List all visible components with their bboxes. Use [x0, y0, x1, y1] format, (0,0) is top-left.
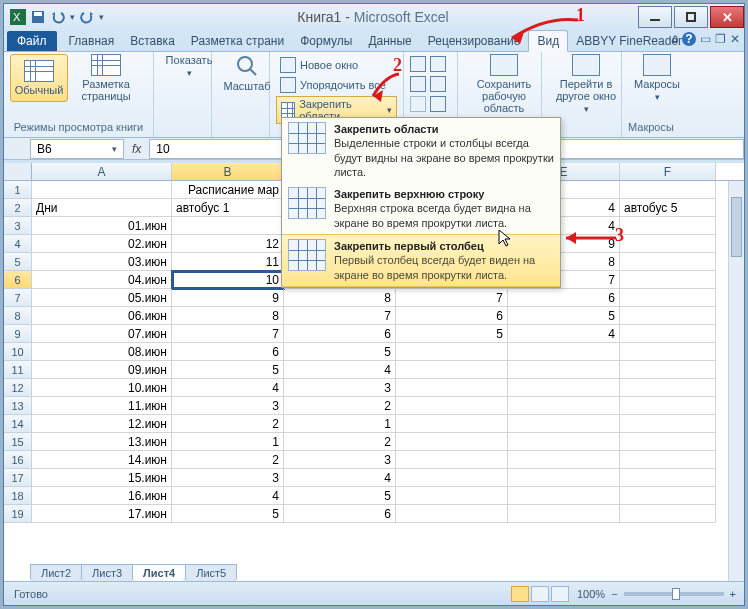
cell[interactable]: 17.июн [32, 505, 172, 523]
reset-window-icon[interactable] [430, 96, 446, 112]
row-header[interactable]: 11 [4, 361, 32, 379]
cell[interactable]: 3 [172, 397, 284, 415]
zoom-in-button[interactable]: + [730, 588, 736, 600]
fx-icon[interactable]: fx [124, 142, 149, 156]
zoom-button[interactable]: Масштаб [218, 54, 276, 92]
row-header[interactable]: 16 [4, 451, 32, 469]
minimize-ribbon-icon[interactable]: ۵ [672, 32, 678, 46]
col-header-B[interactable]: B [172, 163, 284, 180]
cell[interactable]: 13.июн [32, 433, 172, 451]
tab-data[interactable]: Данные [360, 31, 419, 51]
help-icon[interactable]: ? [682, 32, 696, 46]
cell[interactable]: Расписание мар [172, 181, 284, 199]
cell[interactable]: 5 [284, 487, 396, 505]
redo-icon[interactable] [79, 9, 95, 25]
cell[interactable] [620, 505, 716, 523]
cell[interactable] [620, 217, 716, 235]
cell[interactable] [620, 379, 716, 397]
cell[interactable] [620, 469, 716, 487]
cell[interactable]: 8 [172, 307, 284, 325]
cell[interactable]: 05.июн [32, 289, 172, 307]
doc-close-icon[interactable]: ✕ [730, 32, 740, 46]
row-header[interactable]: 5 [4, 253, 32, 271]
cell[interactable]: 2 [284, 433, 396, 451]
vertical-scrollbar[interactable] [728, 181, 744, 581]
tab-insert[interactable]: Вставка [122, 31, 183, 51]
cell[interactable] [620, 253, 716, 271]
scroll-thumb[interactable] [731, 197, 742, 257]
cell[interactable] [32, 181, 172, 199]
cell[interactable] [508, 343, 620, 361]
cell[interactable] [396, 361, 508, 379]
switch-windows-button[interactable]: Перейти в другое окно▾ [548, 54, 624, 114]
sheet-tab[interactable]: Лист2 [30, 564, 82, 581]
cell[interactable] [508, 487, 620, 505]
cell[interactable] [396, 469, 508, 487]
doc-restore-icon[interactable]: ❐ [715, 32, 726, 46]
cell[interactable] [620, 307, 716, 325]
row-header[interactable]: 4 [4, 235, 32, 253]
cell[interactable]: 5 [172, 505, 284, 523]
cell[interactable] [508, 505, 620, 523]
cell[interactable] [172, 217, 284, 235]
cell[interactable]: 7 [172, 325, 284, 343]
cell[interactable] [508, 361, 620, 379]
cell[interactable] [396, 451, 508, 469]
row-header[interactable]: 19 [4, 505, 32, 523]
cell[interactable]: 10 [172, 271, 284, 289]
cell[interactable] [620, 271, 716, 289]
cell[interactable] [396, 505, 508, 523]
cell[interactable]: 6 [396, 307, 508, 325]
zoom-slider[interactable] [624, 592, 724, 596]
col-header-F[interactable]: F [620, 163, 716, 180]
cell[interactable] [620, 397, 716, 415]
cell[interactable] [508, 433, 620, 451]
sheet-tab[interactable]: Лист3 [81, 564, 133, 581]
cell[interactable] [620, 343, 716, 361]
cell[interactable]: 7 [396, 289, 508, 307]
view-normal-shortcut[interactable] [511, 586, 529, 602]
cell[interactable] [508, 397, 620, 415]
row-header[interactable]: 2 [4, 199, 32, 217]
zoom-out-button[interactable]: − [611, 588, 617, 600]
cell[interactable]: 4 [172, 487, 284, 505]
cell[interactable]: 12.июн [32, 415, 172, 433]
view-page-layout-button[interactable]: Разметка страницы [72, 54, 140, 102]
cell[interactable]: 03.июн [32, 253, 172, 271]
cell[interactable]: 6 [284, 325, 396, 343]
cell[interactable]: 14.июн [32, 451, 172, 469]
sync-scroll-icon[interactable] [430, 76, 446, 92]
freeze-panes-item[interactable]: Закрепить областиВыделенные строки и сто… [282, 118, 560, 183]
cell[interactable] [620, 415, 716, 433]
cell[interactable]: 5 [508, 307, 620, 325]
cell[interactable] [620, 433, 716, 451]
cell[interactable]: 4 [172, 379, 284, 397]
cell[interactable] [508, 451, 620, 469]
cell[interactable] [508, 379, 620, 397]
cell[interactable] [508, 415, 620, 433]
cell[interactable] [396, 487, 508, 505]
cell[interactable] [620, 181, 716, 199]
cell[interactable]: 3 [284, 379, 396, 397]
freeze-first-column-item[interactable]: Закрепить первый столбецПервый столбец в… [282, 234, 560, 287]
name-box[interactable]: B6 ▾ [30, 139, 124, 159]
cell[interactable]: 1 [284, 415, 396, 433]
select-all-corner[interactable] [4, 163, 32, 180]
cell[interactable]: 06.июн [32, 307, 172, 325]
cell[interactable] [396, 343, 508, 361]
cell[interactable]: 11 [172, 253, 284, 271]
cell[interactable]: 07.июн [32, 325, 172, 343]
cell[interactable] [620, 487, 716, 505]
row-header[interactable]: 13 [4, 397, 32, 415]
cell[interactable]: 01.июн [32, 217, 172, 235]
row-header[interactable]: 8 [4, 307, 32, 325]
cell[interactable]: 2 [172, 415, 284, 433]
row-header[interactable]: 10 [4, 343, 32, 361]
cell[interactable]: 16.июн [32, 487, 172, 505]
row-header[interactable]: 14 [4, 415, 32, 433]
cell[interactable]: 6 [284, 505, 396, 523]
cell[interactable]: 5 [284, 343, 396, 361]
row-header[interactable]: 18 [4, 487, 32, 505]
sheet-tab[interactable]: Лист5 [185, 564, 237, 581]
cell[interactable]: 3 [172, 469, 284, 487]
